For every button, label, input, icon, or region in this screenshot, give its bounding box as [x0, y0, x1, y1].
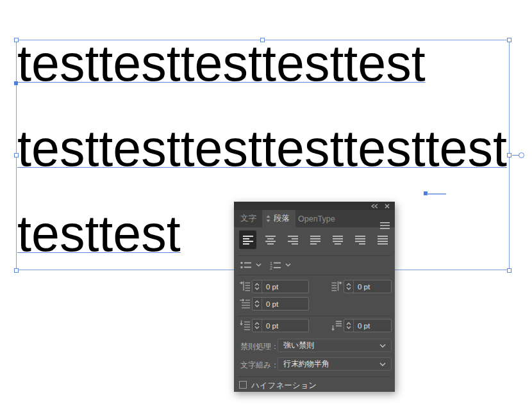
handle-top-right[interactable] [507, 38, 511, 42]
first-line-indent-value[interactable]: 0 pt [262, 300, 308, 308]
justify-all-icon [378, 236, 388, 245]
side-widget-circle-handle[interactable] [519, 152, 524, 158]
close-icon[interactable] [385, 204, 390, 209]
svg-text:1: 1 [270, 261, 272, 266]
list-button-row: 12 [240, 258, 291, 272]
handle-bottom-right[interactable] [507, 268, 511, 273]
stray-guide-line [427, 193, 446, 195]
tab-character[interactable]: 文字 [237, 210, 260, 227]
mojikumi-label: 文字組み： [240, 360, 279, 371]
first-line-indent-field[interactable]: 0 pt [252, 297, 309, 311]
space-after-icon [331, 320, 342, 331]
align-left-button[interactable] [239, 230, 256, 249]
panel-expand-icon[interactable] [266, 215, 270, 222]
kinsoku-value: 強い禁則 [283, 340, 379, 351]
justify-last-right-icon [355, 236, 365, 245]
tab-paragraph-label: 段落 [274, 213, 290, 224]
text-line-2[interactable]: testtesttesttesttesttest [17, 123, 507, 174]
divider [238, 316, 391, 316]
justify-last-left-button[interactable] [306, 230, 324, 249]
tab-character-label: 文字 [240, 213, 256, 224]
kinsoku-select[interactable]: 強い禁則 [278, 339, 392, 352]
numbered-list-dropdown-icon[interactable] [285, 263, 291, 267]
tab-opentype-label: OpenType [298, 214, 335, 223]
space-before-field[interactable]: 0 pt [252, 319, 309, 332]
right-indent-value[interactable]: 0 pt [354, 283, 391, 291]
justify-last-right-button[interactable] [351, 230, 369, 249]
handle-middle-right[interactable] [507, 153, 511, 158]
space-after-field[interactable]: 0 pt [344, 319, 392, 332]
kinsoku-label: 禁則処理： [240, 341, 279, 352]
left-indent-value[interactable]: 0 pt [262, 283, 308, 291]
align-right-button[interactable] [284, 230, 301, 249]
tab-opentype[interactable]: OpenType [294, 210, 339, 227]
first-line-indent-icon [240, 298, 251, 309]
align-right-icon [288, 236, 298, 245]
svg-text:2: 2 [270, 266, 272, 270]
divider [238, 275, 391, 275]
space-before-value[interactable]: 0 pt [262, 322, 308, 330]
stepper-icon[interactable] [253, 319, 262, 332]
text-line-1[interactable]: testtesttesttesttest [17, 38, 426, 88]
align-left-icon [243, 236, 253, 245]
bullet-list-dropdown-icon[interactable] [256, 263, 262, 267]
stepper-icon[interactable] [344, 319, 354, 332]
space-before-icon [240, 320, 251, 331]
space-after-value[interactable]: 0 pt [354, 322, 391, 330]
justify-last-left-icon [310, 236, 320, 245]
handle-bottom-left[interactable] [14, 268, 19, 273]
tab-paragraph[interactable]: 段落 [262, 210, 295, 227]
handle-top-center[interactable] [260, 38, 265, 42]
divider [238, 376, 391, 377]
panel-menu-icon[interactable] [380, 222, 390, 229]
text-line-3[interactable]: testtest [17, 208, 181, 259]
divider [238, 255, 391, 256]
paragraph-panel: 文字 段落 OpenType [234, 202, 395, 392]
panel-title-bar [234, 202, 395, 210]
align-center-icon [265, 236, 276, 245]
mojikumi-select[interactable]: 行末約物半角 [278, 357, 392, 371]
justify-all-button[interactable] [374, 230, 391, 249]
anchor-point[interactable] [14, 81, 18, 85]
justify-last-center-button[interactable] [329, 230, 346, 249]
illustrator-canvas: testtesttesttesttest testtesttesttesttes… [0, 0, 532, 420]
handle-top-left[interactable] [14, 38, 19, 42]
handle-middle-left[interactable] [14, 153, 19, 158]
chevron-down-icon [379, 344, 386, 348]
bullet-list-icon[interactable] [240, 261, 251, 269]
left-indent-icon [240, 281, 251, 292]
panel-tab-bar: 文字 段落 OpenType [234, 210, 395, 227]
collapse-panel-icon[interactable] [371, 204, 378, 208]
left-indent-field[interactable]: 0 pt [252, 280, 309, 293]
numbered-list-icon[interactable]: 12 [270, 261, 281, 270]
stepper-icon[interactable] [253, 298, 262, 310]
hyphenation-label: ハイフネーション [251, 380, 317, 391]
mojikumi-value: 行末約物半角 [283, 359, 379, 369]
stepper-icon[interactable] [344, 280, 354, 293]
align-center-button[interactable] [262, 230, 279, 249]
right-indent-field[interactable]: 0 pt [344, 280, 392, 293]
right-indent-icon [331, 281, 342, 292]
stepper-icon[interactable] [253, 280, 262, 293]
chevron-down-icon [379, 362, 386, 366]
justify-last-center-icon [333, 236, 343, 245]
hyphenation-checkbox[interactable] [239, 381, 247, 389]
